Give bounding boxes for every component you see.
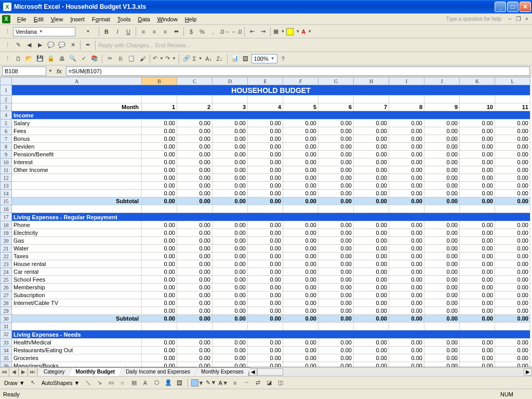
autoshapes-menu[interactable]: AutoShapes ▼: [39, 380, 82, 386]
cell[interactable]: 0.00: [248, 158, 283, 166]
col-header[interactable]: 33: [1, 339, 12, 347]
bold-button[interactable]: B: [101, 26, 112, 37]
draw-menu[interactable]: Draw ▼: [2, 380, 27, 386]
cell[interactable]: 0.00: [283, 307, 318, 315]
cell[interactable]: 0.00: [389, 197, 424, 205]
cell[interactable]: 0.00: [354, 299, 389, 307]
col-header[interactable]: 3: [1, 103, 12, 111]
cell[interactable]: Bonus: [12, 135, 142, 143]
cell[interactable]: 0.00: [248, 284, 283, 291]
col-header[interactable]: 16: [1, 205, 12, 213]
cell[interactable]: 0.00: [212, 229, 248, 237]
cell[interactable]: 0.00: [318, 291, 354, 299]
cell[interactable]: 10: [460, 103, 495, 111]
cell[interactable]: 0.00: [142, 260, 177, 268]
cell[interactable]: 0.00: [424, 197, 460, 205]
cell[interactable]: 0.00: [424, 166, 460, 174]
cell[interactable]: 0.00: [212, 315, 248, 323]
cell[interactable]: 0.00: [495, 354, 530, 362]
col-header[interactable]: 8: [1, 143, 12, 151]
col-header[interactable]: 2: [1, 96, 12, 103]
formula-input[interactable]: =SUM(B107): [66, 66, 530, 76]
cell[interactable]: 0.00: [389, 182, 424, 190]
cell[interactable]: 0.00: [248, 174, 283, 182]
toolbar-handle-icon[interactable]: ⋮: [2, 40, 12, 50]
align-center-button[interactable]: ≡: [149, 26, 159, 37]
cell[interactable]: 0.00: [177, 315, 212, 323]
cell[interactable]: 0.00: [248, 291, 283, 299]
cell[interactable]: 0.00: [212, 354, 248, 362]
cell[interactable]: Internet/Cable TV: [12, 299, 142, 307]
col-header[interactable]: 1: [1, 85, 12, 96]
cell[interactable]: 0.00: [354, 119, 389, 127]
cell[interactable]: 0.00: [318, 197, 354, 205]
paste-button[interactable]: 📋: [126, 54, 137, 64]
col-header[interactable]: 30: [1, 315, 12, 323]
cell[interactable]: 0.00: [142, 158, 177, 166]
cell[interactable]: 0.00: [424, 354, 460, 362]
cell[interactable]: 0.00: [318, 362, 354, 367]
col-header[interactable]: F: [283, 77, 318, 85]
cell[interactable]: [318, 323, 354, 330]
cell[interactable]: 0.00: [460, 158, 495, 166]
col-header[interactable]: 13: [1, 182, 12, 190]
cell[interactable]: 1: [142, 103, 177, 111]
cell[interactable]: 0.00: [460, 143, 495, 151]
col-header[interactable]: 14: [1, 190, 12, 197]
cell[interactable]: 0.00: [495, 127, 530, 135]
cell[interactable]: 0.00: [460, 291, 495, 299]
cell[interactable]: 0.00: [248, 268, 283, 276]
cell[interactable]: 0.00: [495, 260, 530, 268]
cell[interactable]: 0.00: [142, 127, 177, 135]
section-header[interactable]: Living Expenses - Needs: [12, 330, 530, 339]
cell[interactable]: 0.00: [389, 339, 424, 347]
3d-button[interactable]: ◫: [275, 378, 286, 388]
cell[interactable]: [212, 205, 248, 213]
cell[interactable]: 0.00: [389, 245, 424, 252]
cell[interactable]: 0.00: [318, 182, 354, 190]
cell[interactable]: 0.00: [177, 260, 212, 268]
cell[interactable]: 0.00: [318, 299, 354, 307]
cell[interactable]: 0.00: [460, 151, 495, 158]
cell[interactable]: 0.00: [318, 151, 354, 158]
cell[interactable]: 8: [389, 103, 424, 111]
cell[interactable]: 0.00: [354, 174, 389, 182]
cell[interactable]: 0.00: [212, 362, 248, 367]
col-header[interactable]: 36: [1, 362, 12, 367]
col-header[interactable]: 23: [1, 260, 12, 268]
cell[interactable]: [248, 96, 283, 103]
increase-indent-button[interactable]: ⇥: [258, 26, 268, 37]
cell[interactable]: [354, 323, 389, 330]
cell[interactable]: 0.00: [283, 119, 318, 127]
cell[interactable]: 4: [248, 103, 283, 111]
delete-comment-button[interactable]: ✕: [68, 40, 78, 50]
horizontal-scrollbar[interactable]: ◀ ▶: [248, 367, 532, 376]
font-size-selector[interactable]: ▼: [76, 26, 97, 37]
col-header[interactable]: 9: [1, 151, 12, 158]
cell[interactable]: 0.00: [424, 190, 460, 197]
col-header[interactable]: 19: [1, 229, 12, 237]
cell[interactable]: 0.00: [248, 135, 283, 143]
cell[interactable]: 0.00: [283, 237, 318, 245]
cell[interactable]: 0.00: [495, 284, 530, 291]
toolbar-handle-icon[interactable]: ⋮: [2, 54, 12, 64]
cell[interactable]: 0.00: [460, 307, 495, 315]
cell[interactable]: 0.00: [318, 354, 354, 362]
print-preview-button[interactable]: 🔍: [68, 54, 78, 64]
save-button[interactable]: 💾: [35, 54, 45, 64]
sheet-tab-monthly-exp[interactable]: Monthly Expenses: [195, 367, 250, 376]
cell[interactable]: 0.00: [460, 190, 495, 197]
cell[interactable]: [460, 323, 495, 330]
col-header[interactable]: 24: [1, 268, 12, 276]
cell[interactable]: 0.00: [142, 268, 177, 276]
cell[interactable]: 0.00: [318, 260, 354, 268]
section-header[interactable]: Income: [12, 111, 530, 119]
cell[interactable]: 0.00: [495, 252, 530, 260]
cell[interactable]: 0.00: [212, 268, 248, 276]
cell[interactable]: [354, 205, 389, 213]
doc-close-button[interactable]: ×: [524, 16, 530, 22]
cell[interactable]: 0.00: [318, 143, 354, 151]
cell[interactable]: 0.00: [177, 143, 212, 151]
cell[interactable]: 0.00: [248, 127, 283, 135]
decrease-decimal-button[interactable]: ←.0: [231, 26, 242, 37]
